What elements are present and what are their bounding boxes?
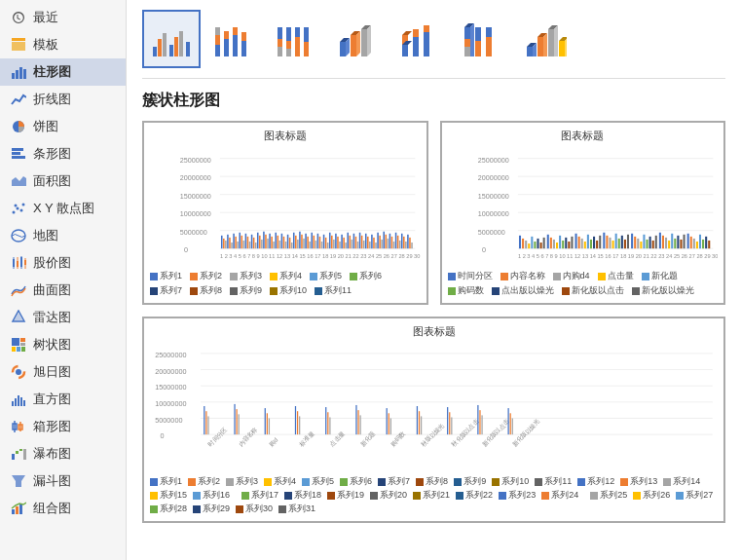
svg-rect-199	[363, 241, 365, 248]
stock-icon	[10, 254, 27, 272]
svg-text:内容名称: 内容名称	[237, 426, 258, 447]
svg-rect-158	[281, 234, 283, 248]
sidebar-item-label: 箱形图	[33, 418, 71, 435]
svg-rect-154	[273, 242, 275, 248]
svg-rect-346	[421, 416, 422, 434]
chart-type-3d-stacked[interactable]	[391, 10, 450, 68]
svg-rect-128	[221, 236, 223, 248]
sidebar-item-label: 瀑布图	[33, 445, 71, 463]
sidebar-item-combo[interactable]: 组合图	[0, 495, 126, 522]
svg-marker-48	[12, 475, 25, 487]
svg-rect-348	[449, 412, 450, 434]
svg-rect-210	[386, 235, 388, 248]
sidebar-item-bar[interactable]: 柱形图	[0, 58, 126, 86]
chart-type-stacked[interactable]	[204, 10, 263, 68]
svg-rect-87	[402, 45, 408, 56]
svg-text:5000000: 5000000	[180, 228, 207, 237]
svg-rect-265	[606, 236, 608, 248]
svg-rect-171	[307, 237, 309, 248]
svg-rect-1	[12, 42, 25, 51]
svg-rect-174	[314, 236, 315, 248]
sidebar-item-histogram[interactable]: 直方图	[0, 386, 126, 413]
sidebar-item-label: 股价图	[33, 254, 71, 272]
sidebar-item-scatter[interactable]: X Y 散点图	[0, 195, 126, 222]
sidebar-item-area[interactable]: 面积图	[0, 168, 126, 195]
svg-rect-4	[19, 67, 22, 79]
svg-text:5000000: 5000000	[477, 228, 504, 237]
svg-text:1 2 3 4 5 6 7 8 9 10 11 12 13 : 1 2 3 4 5 6 7 8 9 10 11 12 13 14 15 16 1…	[220, 253, 421, 259]
svg-rect-141	[247, 237, 249, 248]
svg-rect-139	[243, 241, 245, 248]
charts-grid: 图表标题 25000000 20000000 15000000 10000000…	[142, 121, 725, 523]
svg-rect-37	[18, 395, 19, 406]
svg-rect-326	[234, 404, 235, 434]
svg-rect-195	[355, 237, 357, 248]
svg-rect-325	[207, 416, 208, 434]
svg-point-13	[15, 205, 18, 207]
svg-rect-133	[231, 243, 233, 248]
sidebar-item-surface[interactable]: 曲面图	[0, 277, 126, 304]
sidebar-item-box[interactable]: 箱形图	[0, 413, 126, 440]
svg-rect-58	[186, 42, 190, 56]
svg-rect-146	[257, 233, 259, 248]
svg-rect-293	[692, 239, 694, 248]
sidebar-item-line[interactable]: 折线图	[0, 86, 126, 113]
chart-type-clustered[interactable]	[142, 10, 201, 68]
pie-icon	[10, 118, 27, 135]
svg-rect-132	[229, 238, 231, 248]
svg-rect-159	[283, 237, 285, 248]
svg-rect-261	[593, 237, 595, 248]
svg-rect-131	[227, 235, 229, 248]
chart-preview-1[interactable]: 图表标题 25000000 20000000 15000000 10000000…	[142, 121, 428, 305]
svg-rect-263	[599, 236, 601, 248]
svg-rect-221	[407, 235, 409, 248]
sidebar-item-hbar[interactable]: 条形图	[0, 140, 126, 168]
svg-rect-67	[241, 32, 246, 41]
sidebar-item-radar[interactable]: 雷达图	[0, 304, 126, 331]
svg-rect-59	[215, 45, 220, 56]
svg-text:点击量: 点击量	[328, 430, 346, 448]
chart-type-100-stacked[interactable]	[267, 10, 325, 68]
svg-rect-252	[565, 238, 567, 248]
sidebar-item-label: 饼图	[33, 118, 58, 135]
sidebar-item-treemap[interactable]: 树状图	[0, 331, 126, 358]
svg-point-14	[20, 209, 23, 212]
chart-type-3d-clustered[interactable]	[329, 10, 388, 68]
svg-rect-259	[586, 235, 588, 248]
svg-rect-78	[340, 42, 346, 56]
sidebar-item-pie[interactable]: 饼图	[0, 113, 126, 140]
svg-rect-213	[391, 237, 393, 248]
svg-text:15000000: 15000000	[155, 383, 186, 392]
chart-preview-3[interactable]: 图表标题 25000000 20000000 15000000 10000000…	[142, 317, 725, 523]
svg-rect-49	[12, 509, 15, 514]
chart-type-3d-bar[interactable]	[516, 10, 574, 68]
svg-rect-164	[293, 233, 295, 248]
chart-type-3d-100-stacked[interactable]	[454, 10, 512, 68]
svg-rect-241	[531, 237, 533, 248]
chart-preview-2[interactable]: 图表标题 25000000 20000000 15000000 10000000…	[440, 121, 726, 305]
svg-rect-29	[20, 343, 25, 346]
svg-rect-331	[269, 418, 270, 434]
svg-rect-256	[577, 237, 579, 248]
template-icon	[10, 36, 27, 54]
sidebar-item-sunburst[interactable]: 旭日图	[0, 358, 126, 386]
sidebar-item-template[interactable]: 模板	[0, 31, 126, 58]
svg-rect-272	[626, 235, 628, 248]
sidebar-item-label: 雷达图	[33, 309, 71, 326]
svg-rect-60	[215, 35, 220, 45]
svg-rect-289	[680, 240, 682, 248]
svg-rect-55	[169, 45, 173, 56]
svg-text:15000000: 15000000	[477, 192, 508, 201]
sidebar-item-map[interactable]: 地图	[0, 222, 126, 249]
sidebar-item-stock[interactable]: 股价图	[0, 249, 126, 277]
svg-rect-350	[477, 405, 478, 434]
sidebar-item-waterfall[interactable]: 瀑布图	[0, 440, 126, 467]
sidebar-item-label: 组合图	[33, 500, 71, 517]
sidebar-item-recent[interactable]: 最近	[0, 4, 126, 31]
svg-rect-152	[269, 234, 271, 248]
svg-rect-9	[12, 156, 25, 159]
svg-rect-136	[237, 242, 239, 248]
svg-rect-347	[447, 407, 448, 434]
svg-rect-81	[351, 35, 356, 56]
sidebar-item-funnel[interactable]: 漏斗图	[0, 467, 126, 495]
